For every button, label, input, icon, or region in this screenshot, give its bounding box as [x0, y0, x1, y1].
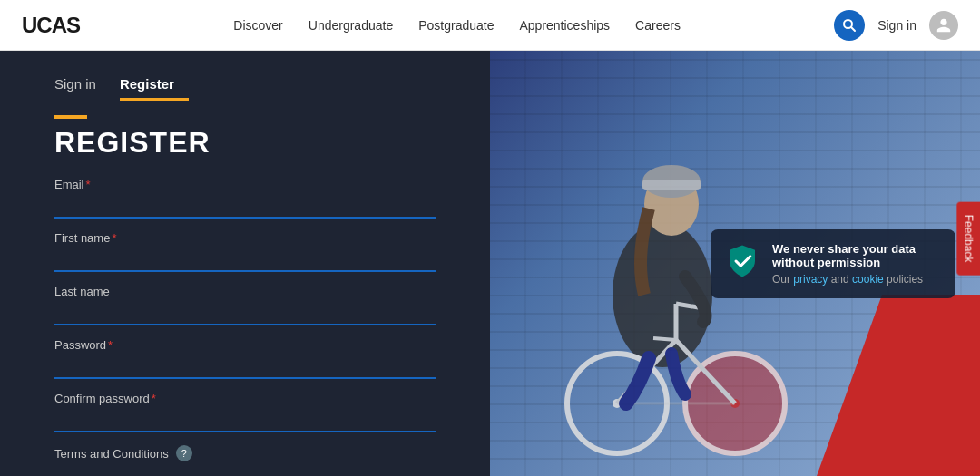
firstname-group: First name* [54, 231, 436, 272]
lastname-input[interactable] [54, 302, 436, 325]
confirm-password-required-star: * [152, 392, 156, 405]
nav-postgraduate[interactable]: Postgraduate [418, 18, 494, 33]
tab-signin[interactable]: Sign in [54, 69, 111, 99]
auth-tabs: Sign in Register [54, 69, 436, 99]
svg-line-15 [653, 338, 676, 340]
privacy-sub-text: Our privacy and cookie policies [772, 273, 939, 286]
email-input[interactable] [54, 195, 436, 219]
confirm-password-group: Confirm password* [54, 392, 436, 432]
svg-rect-5 [642, 180, 701, 190]
privacy-badge: We never share your data without permiss… [710, 229, 956, 298]
email-group: Email* [54, 178, 436, 219]
feedback-tab[interactable]: Feedback [957, 201, 980, 275]
user-avatar[interactable] [929, 11, 958, 40]
firstname-input[interactable] [54, 248, 436, 272]
register-accent-line [54, 115, 87, 119]
register-title: REGISTER [54, 126, 436, 160]
nav-actions: Sign in [834, 10, 958, 41]
nav-undergraduate[interactable]: Undergraduate [309, 18, 393, 33]
header: UCAS Discover Undergraduate Postgraduate… [0, 0, 980, 51]
main-nav: Discover Undergraduate Postgraduate Appr… [233, 18, 681, 33]
shield-check-icon [723, 242, 761, 280]
ucas-logo: UCAS [22, 13, 80, 38]
tab-register[interactable]: Register [120, 69, 189, 99]
cookie-link[interactable]: cookie [852, 273, 884, 286]
email-required-star: * [86, 178, 91, 191]
search-icon [842, 18, 857, 33]
user-icon [936, 17, 952, 34]
confirm-password-input[interactable] [54, 409, 436, 432]
main-content: Sign in Register REGISTER Email* First n… [0, 51, 980, 476]
lastname-label: Last name [54, 285, 436, 298]
terms-help-icon[interactable]: ? [176, 445, 192, 461]
image-panel: We never share your data without permiss… [490, 51, 980, 476]
terms-label: Terms and Conditions [54, 447, 169, 461]
nav-careers[interactable]: Careers [635, 18, 681, 33]
privacy-main-text: We never share your data without permiss… [772, 242, 939, 269]
password-label: Password* [54, 338, 436, 352]
privacy-badge-text: We never share your data without permiss… [772, 242, 939, 286]
privacy-link[interactable]: privacy [793, 273, 828, 286]
register-panel: Sign in Register REGISTER Email* First n… [0, 51, 490, 476]
email-label: Email* [54, 178, 436, 191]
confirm-password-label: Confirm password* [54, 392, 436, 405]
password-input[interactable] [54, 355, 436, 379]
register-form: Email* First name* Last name [54, 178, 436, 461]
lastname-group: Last name [54, 285, 436, 325]
password-required-star: * [108, 338, 113, 352]
password-group: Password* [54, 338, 436, 379]
search-button[interactable] [834, 10, 865, 41]
nav-discover[interactable]: Discover [233, 18, 282, 33]
firstname-required-star: * [112, 231, 116, 245]
header-signin-link[interactable]: Sign in [877, 18, 916, 33]
firstname-label: First name* [54, 231, 436, 245]
nav-apprenticeships[interactable]: Apprenticeships [519, 18, 610, 33]
terms-row: Terms and Conditions ? [54, 445, 436, 461]
svg-line-1 [851, 27, 855, 31]
